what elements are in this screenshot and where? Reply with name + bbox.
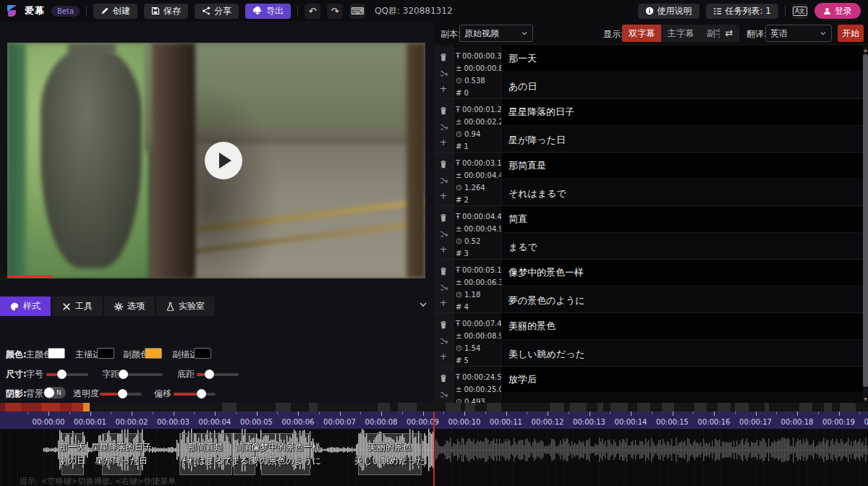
end-time-field[interactable]: ±00:00:04.412 (456, 169, 501, 182)
block-sub-text: あの日 (59, 455, 86, 467)
font-size-slider[interactable] (46, 373, 88, 376)
tab-style[interactable]: 样式 (0, 297, 51, 316)
play-button[interactable] (205, 142, 242, 179)
delete-subtitle-icon[interactable] (440, 374, 447, 383)
end-time-icon: ± (456, 225, 461, 233)
end-time-field[interactable]: ±00:00:08.978 (456, 330, 501, 342)
secondary-subtitle-text[interactable]: 星が降った日 (501, 126, 868, 152)
mode-dual-button[interactable]: 双字幕 (622, 25, 661, 42)
share-button[interactable]: 分享 (195, 4, 239, 19)
add-subtitle-icon[interactable]: + (440, 353, 448, 360)
merge-subtitle-icon[interactable] (440, 337, 448, 345)
main-subtitle-text[interactable]: 简直 (501, 206, 868, 233)
secondary-subtitle-text[interactable]: まるで (501, 233, 868, 259)
scroll-down-icon[interactable]: ▼ (863, 396, 868, 401)
mode-main-button[interactable]: 主字幕 (661, 25, 700, 42)
undo-button[interactable]: ↶ (305, 4, 320, 19)
start-time-field[interactable]: Ŧ00:00:01.280 (456, 103, 501, 116)
start-time-field[interactable]: Ŧ00:00:03.148 (456, 157, 501, 169)
tab-options[interactable]: 选项 (104, 297, 155, 316)
offset-slider[interactable] (174, 393, 216, 396)
timeline-minimap[interactable] (0, 403, 868, 412)
secondary-subtitle-text[interactable]: それはまるで (501, 179, 868, 205)
task-list-button[interactable]: 任务列表: 1 (706, 4, 779, 19)
add-subtitle-icon[interactable]: + (440, 85, 448, 93)
start-time-field[interactable]: Ŧ00:00:00.306 (456, 50, 501, 62)
sub-stroke-swatch[interactable] (194, 348, 211, 359)
tab-lab[interactable]: 实验室 (156, 297, 215, 316)
start-time-icon: Ŧ (456, 266, 460, 274)
start-time-field[interactable]: Ŧ00:00:07.438 (456, 317, 501, 330)
timeline-subtitle-block[interactable]: 美丽的景色 美しい眺めだった (358, 433, 422, 475)
subtitle-row: + Ŧ00:00:04.446 ±00:00:04.966 0.52 # 3 简… (434, 206, 868, 260)
timeline-subtitle-block[interactable]: 星星降落的日子 星が降った日 (102, 433, 141, 475)
scrollbar-thumb[interactable] (863, 54, 868, 387)
main-subtitle-text[interactable]: 美丽的景色 (501, 313, 868, 340)
end-time-field[interactable]: ±00:00:25.089 (456, 383, 501, 396)
main-subtitle-text[interactable]: 那一天 (501, 46, 868, 72)
add-subtitle-icon[interactable]: + (440, 246, 448, 253)
start-translate-button[interactable]: 开始 (838, 25, 864, 42)
ruler-tick (340, 412, 341, 416)
scroll-up-icon[interactable]: ▲ (863, 47, 868, 52)
redo-button[interactable]: ↷ (327, 4, 343, 19)
video-player[interactable] (7, 43, 425, 278)
secondary-subtitle-text[interactable]: 美しい眺めだった (501, 340, 868, 366)
end-time-field[interactable]: ±00:00:06.300 (456, 276, 501, 289)
end-time-field[interactable]: ±00:00:00.844 (456, 62, 501, 74)
main-subtitle-text[interactable]: 放学后 (501, 367, 868, 393)
timeline-subtitle-block[interactable]: 那一天 あの日 (61, 433, 84, 475)
login-button[interactable]: 登录 (814, 3, 861, 19)
main-subtitle-text[interactable]: 像梦中的景色一样 (501, 260, 868, 286)
main-stroke-swatch[interactable] (97, 348, 114, 359)
collapse-panel-button[interactable] (418, 299, 428, 310)
save-button[interactable]: 保存 (144, 4, 188, 19)
main-color-swatch[interactable] (48, 348, 65, 359)
add-subtitle-icon[interactable]: + (440, 139, 448, 146)
merge-subtitle-icon[interactable] (440, 391, 448, 398)
merge-subtitle-icon[interactable] (440, 284, 448, 291)
copy-select[interactable]: 原始视频 (459, 25, 533, 42)
delete-subtitle-icon[interactable] (440, 106, 447, 115)
merge-subtitle-icon[interactable] (440, 176, 448, 184)
translate-button[interactable]: A文 (792, 4, 808, 19)
start-time-field[interactable]: Ŧ00:00:04.446 (456, 210, 501, 223)
main-subtitle-text[interactable]: 那简直是 (501, 153, 868, 179)
swap-subtitles-button[interactable]: ⇄ (720, 25, 739, 42)
scrollbar[interactable]: ▲ ▼ (863, 46, 868, 403)
keyboard-shortcuts-button[interactable]: ⌨ (349, 4, 365, 19)
end-time-field[interactable]: ±00:00:02.220 (456, 116, 501, 128)
delete-subtitle-icon[interactable] (440, 53, 447, 61)
add-subtitle-icon[interactable]: + (440, 299, 448, 307)
delete-subtitle-icon[interactable] (440, 267, 447, 276)
secondary-subtitle-text[interactable]: あの日 (501, 72, 868, 98)
translate-language-select[interactable]: 英语 (765, 25, 832, 42)
video-progress-bar[interactable] (7, 276, 52, 278)
delete-subtitle-icon[interactable] (440, 320, 447, 329)
create-button[interactable]: 创建 (93, 4, 137, 19)
background-toggle[interactable]: N (43, 387, 66, 398)
add-subtitle-icon[interactable]: + (440, 192, 448, 200)
timeline-subtitle-block[interactable]: 简直 まるで (234, 433, 255, 475)
secondary-subtitle-text[interactable]: 夢の景色のように (501, 286, 868, 312)
start-time-field[interactable]: Ŧ00:00:05.120 (456, 264, 501, 276)
sub-color-swatch[interactable] (145, 348, 162, 359)
main-subtitle-text[interactable]: 星星降落的日子 (501, 99, 868, 126)
delete-subtitle-icon[interactable] (440, 160, 447, 169)
merge-subtitle-icon[interactable] (440, 123, 448, 131)
merge-subtitle-icon[interactable] (440, 69, 448, 77)
bottom-margin-slider[interactable] (197, 373, 239, 376)
playhead[interactable] (433, 412, 435, 486)
secondary-subtitle-text[interactable]: 放課後 (501, 393, 868, 403)
start-time-field[interactable]: Ŧ00:00:24.596 (456, 371, 501, 383)
end-time-field[interactable]: ±00:00:04.966 (456, 223, 501, 235)
letter-spacing-slider[interactable] (121, 373, 163, 376)
help-button[interactable]: 使用说明 (638, 4, 699, 19)
export-button[interactable]: 导出 (245, 4, 291, 19)
opacity-slider[interactable] (100, 393, 142, 396)
timeline-subtitle-block[interactable]: 像梦中的景色一样 夢の景色のように (261, 433, 310, 475)
timeline-subtitle-block[interactable]: 那简直是 それはまるで (179, 433, 232, 475)
tab-tools[interactable]: 工具 (52, 297, 103, 316)
merge-subtitle-icon[interactable] (440, 230, 448, 238)
delete-subtitle-icon[interactable] (440, 213, 447, 222)
